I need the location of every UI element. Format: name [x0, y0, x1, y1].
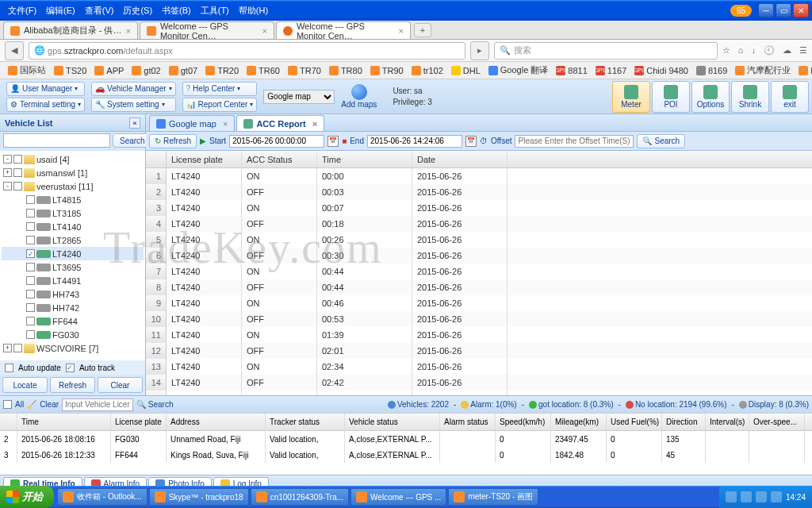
vehicle-checkbox[interactable] — [26, 195, 35, 204]
folder-checkbox[interactable] — [13, 155, 22, 164]
tree-vehicle[interactable]: FG030 — [2, 328, 144, 341]
browser-search[interactable]: 🔍 搜索 — [494, 42, 718, 60]
bottom-col-header[interactable]: Alarm status — [440, 414, 496, 430]
bookmark-item[interactable]: DHL — [448, 64, 484, 77]
start-time-input[interactable] — [229, 135, 324, 148]
bottom-col-header[interactable]: Vehicle status — [345, 414, 440, 430]
col-date[interactable]: Date — [412, 151, 508, 167]
vehicle-checkbox[interactable] — [26, 209, 35, 217]
content-tab[interactable]: Google map× — [149, 115, 235, 131]
map-provider-select[interactable]: Google map — [263, 90, 335, 104]
expand-icon[interactable]: + — [3, 168, 12, 177]
content-tab[interactable]: ACC Report× — [236, 115, 324, 131]
bookmark-item[interactable]: gt07 — [166, 64, 201, 77]
grid-row[interactable]: 9LT4240ON00:462015-06-26 — [146, 295, 812, 311]
meter-button[interactable]: Meter — [612, 81, 650, 113]
tab-close-icon[interactable]: × — [312, 119, 317, 129]
tray-icon[interactable] — [756, 491, 767, 502]
vehicle-checkbox[interactable] — [26, 222, 35, 231]
query-search-button[interactable]: 🔍 Search — [637, 134, 685, 148]
vehicle-checkbox[interactable] — [26, 276, 35, 285]
vehicle-manager-button[interactable]: 🚗 Vehicle Manager ▾ — [91, 82, 176, 96]
bottom-col-header[interactable]: Over-spee... — [749, 414, 805, 430]
collapse-button[interactable]: « — [129, 117, 140, 129]
history-icon[interactable]: 🕘 — [764, 45, 775, 56]
window-menu-item[interactable]: 文件(F) — [3, 3, 41, 18]
bookmark-item[interactable]: APP — [91, 64, 127, 77]
tab-close-icon[interactable]: × — [398, 26, 403, 36]
tree-vehicle[interactable]: LT4815 — [2, 193, 144, 206]
bottom-col-header[interactable]: Direction — [662, 414, 706, 430]
tree-vehicle[interactable]: HH743 — [2, 287, 144, 301]
vehicle-checkbox[interactable] — [26, 303, 35, 312]
menu-icon[interactable]: ☰ — [799, 45, 807, 56]
options-button[interactable]: Options — [691, 81, 730, 113]
tree-vehicle[interactable]: LT2865 — [2, 233, 144, 247]
end-calendar-icon[interactable]: 📅 — [465, 136, 477, 147]
grid-row[interactable]: 2LT4240OFF00:032015-06-26 — [146, 184, 812, 200]
minimize-button[interactable]: ─ — [758, 3, 774, 17]
grid-row[interactable]: 12LT4240OFF02:012015-06-26 — [146, 343, 812, 359]
grid-row[interactable]: 15LT4240ON04:092015-06-26 — [146, 391, 812, 395]
bottom-col-header[interactable]: Used Fuel(%) — [607, 414, 662, 430]
user-manager-button[interactable]: 👤 User Manager ▾ — [6, 82, 85, 96]
start-button[interactable]: 开始 — [0, 486, 54, 508]
tray-icon[interactable] — [771, 491, 782, 502]
clear-button[interactable]: Clear — [98, 377, 143, 393]
window-menu-item[interactable]: 书签(B) — [157, 3, 196, 18]
bookmark-item[interactable]: tr102 — [408, 64, 446, 77]
locate-button[interactable]: Locate — [2, 377, 48, 393]
new-tab-button[interactable]: + — [414, 23, 431, 37]
taskbar-item[interactable]: Skype™ - trackpro18 — [149, 488, 249, 506]
col-license-plate[interactable]: License plate — [167, 151, 242, 167]
tree-folder[interactable]: +WSCIVOIRE [7] — [2, 341, 144, 355]
bottom-col-header[interactable]: Address — [167, 414, 266, 430]
browser-tab[interactable]: Welcome --- GPS Monitor Cen…× — [276, 21, 411, 39]
tree-vehicle[interactable]: FF644 — [2, 314, 144, 328]
window-menu-item[interactable]: 历史(S) — [118, 3, 157, 18]
bookmark-item[interactable]: 汽摩配行业 — [732, 63, 794, 78]
bottom-col-header[interactable]: Mileage(km) — [551, 414, 607, 430]
bookmark-item[interactable]: TS20 — [51, 64, 90, 77]
bookmark-item[interactable]: Google 翻译 — [485, 63, 552, 78]
bookmark-item[interactable]: TR80 — [326, 64, 366, 77]
bottom-col-header[interactable]: Tracker status — [266, 414, 345, 430]
vehicle-filter-input[interactable] — [62, 398, 133, 411]
go-button[interactable]: ▸ — [470, 41, 489, 60]
vehicle-checkbox[interactable]: ✓ — [26, 249, 35, 258]
auto-update-checkbox[interactable] — [5, 364, 13, 372]
bookmark-item[interactable]: TR20 — [202, 64, 242, 77]
offset-input[interactable] — [515, 135, 634, 148]
grid-row[interactable]: 4LT4240OFF00:182015-06-26 — [146, 216, 812, 232]
bookmark-item[interactable]: 国际站 — [5, 63, 49, 78]
add-maps-button[interactable]: Add maps — [341, 84, 377, 109]
clear-label[interactable]: Clear — [40, 400, 59, 409]
grid-row[interactable]: 13LT4240ON02:342015-06-26 — [146, 359, 812, 375]
tab-close-icon[interactable]: × — [125, 26, 130, 36]
bookmark-item[interactable]: 8169 — [693, 64, 730, 77]
bottom-search-button[interactable]: 🔍 Search — [136, 400, 173, 409]
back-button[interactable]: ◀ — [5, 41, 24, 60]
grid-row[interactable]: 8LT4240OFF00:442015-06-26 — [146, 279, 812, 295]
bookmark-item[interactable]: GPS1167 — [592, 64, 630, 77]
grid-row[interactable]: 3LT4240ON00:072015-06-26 — [146, 200, 812, 216]
tree-folder[interactable]: -usaid [4] — [2, 152, 144, 166]
refresh-button[interactable]: Refresh — [50, 377, 95, 393]
account-icon[interactable]: ☁ — [783, 45, 791, 56]
notification-badge[interactable]: 65 — [730, 5, 752, 17]
window-menu-item[interactable]: 编辑(E) — [41, 3, 80, 18]
realtime-row[interactable]: 22015-06-26 18:08:16FG030Unnamed Road, F… — [0, 431, 812, 447]
grid-row[interactable]: 5LT4240ON00:262015-06-26 — [146, 232, 812, 248]
browser-tab[interactable]: Alibaba制造商目录 - 供…× — [3, 21, 138, 39]
system-setting-button[interactable]: 🔧 System setting ▾ — [91, 98, 176, 112]
tray-icon[interactable] — [726, 491, 737, 502]
tree-folder[interactable]: +usmanswl [1] — [2, 166, 144, 179]
vehicle-checkbox[interactable] — [26, 330, 35, 339]
tree-vehicle[interactable]: ✓LT4240 — [2, 247, 144, 260]
poi-button[interactable]: POI — [652, 81, 690, 113]
grid-row[interactable]: 14LT4240OFF02:422015-06-26 — [146, 375, 812, 391]
folder-checkbox[interactable] — [13, 168, 22, 177]
maximize-button[interactable]: ▭ — [776, 3, 791, 17]
expand-icon[interactable]: - — [3, 182, 12, 190]
window-menu-item[interactable]: 工具(T) — [196, 3, 234, 18]
